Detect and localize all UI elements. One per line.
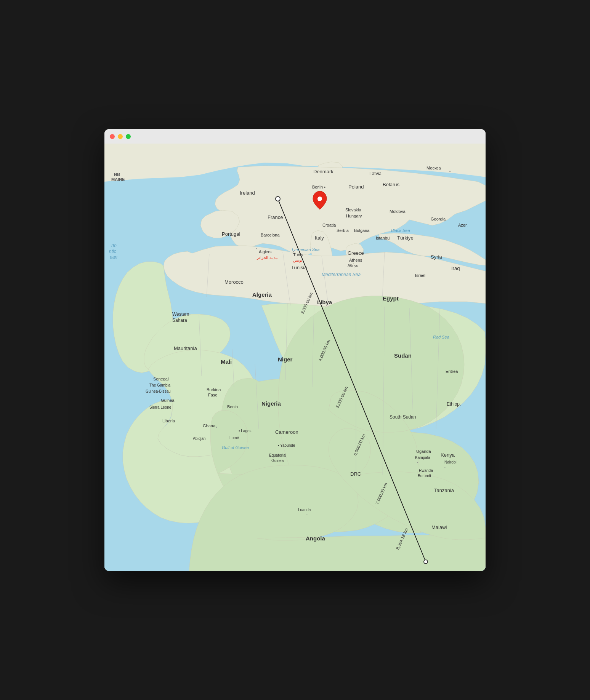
svg-text:Tunisia: Tunisia — [291, 265, 307, 270]
svg-text:The Gambia: The Gambia — [149, 383, 170, 387]
svg-text:• Lagos: • Lagos — [239, 429, 252, 433]
svg-text:Israel: Israel — [415, 273, 425, 278]
svg-text:Sahara: Sahara — [172, 318, 187, 323]
svg-text:Tunis: Tunis — [293, 253, 303, 257]
svg-text:Hungary: Hungary — [346, 214, 362, 218]
svg-text:Ethiop.: Ethiop. — [447, 401, 461, 407]
svg-text:Moldova: Moldova — [390, 209, 406, 214]
svg-text:Tanzania: Tanzania — [434, 487, 454, 493]
svg-text:Denmark: Denmark — [313, 169, 333, 174]
minimize-button[interactable] — [118, 134, 123, 139]
svg-text:تونس: تونس — [293, 258, 302, 263]
svg-text:Gulf of Guinea: Gulf of Guinea — [222, 445, 249, 450]
svg-text:Equatorial: Equatorial — [269, 453, 286, 457]
svg-text:Sierra Leone: Sierra Leone — [149, 405, 172, 409]
svg-text:Mali: Mali — [221, 358, 232, 365]
svg-text:Iraq: Iraq — [451, 265, 460, 271]
close-button[interactable] — [110, 134, 115, 139]
svg-text:Abidjan: Abidjan — [193, 436, 205, 441]
svg-text:Nigeria: Nigeria — [261, 400, 281, 407]
svg-text:Portugal: Portugal — [222, 231, 240, 237]
svg-text:Georgia: Georgia — [431, 217, 446, 221]
svg-text:ntic: ntic — [109, 249, 116, 254]
svg-text:Red Sea: Red Sea — [433, 335, 449, 339]
svg-text:•: • — [293, 249, 294, 253]
svg-text:Algiers: Algiers — [259, 249, 272, 254]
svg-text:Libya: Libya — [317, 299, 332, 305]
svg-text:Croatia: Croatia — [322, 223, 336, 227]
map-container[interactable]: 3,000.00 km 4,000.00 km 5,000.00 km 6,00… — [104, 144, 486, 571]
map-svg: 3,000.00 km 4,000.00 km 5,000.00 km 6,00… — [104, 144, 486, 571]
svg-text:Ireland: Ireland — [240, 190, 255, 196]
svg-text:•: • — [417, 461, 418, 464]
svg-text:Burundi: Burundi — [418, 474, 431, 478]
svg-text:Niger: Niger — [278, 356, 293, 363]
svg-text:Barcelona: Barcelona — [261, 233, 280, 237]
svg-text:Belarus: Belarus — [383, 182, 400, 187]
svg-text:Αθήνα: Αθήνα — [348, 264, 359, 268]
svg-text:rth: rth — [111, 243, 117, 248]
svg-text:Cameroon: Cameroon — [275, 429, 298, 435]
svg-text:Mauritania: Mauritania — [174, 345, 197, 351]
svg-point-17 — [424, 560, 428, 564]
svg-text:Western: Western — [172, 312, 189, 317]
svg-text:Azer.: Azer. — [458, 223, 468, 227]
svg-text:Burkina: Burkina — [207, 387, 221, 392]
svg-text:• Yaoundé: • Yaoundé — [278, 443, 295, 447]
svg-text:•: • — [216, 425, 217, 429]
svg-text:Luanda: Luanda — [298, 508, 311, 512]
svg-text:Liberia: Liberia — [162, 419, 175, 423]
svg-text:Athens: Athens — [349, 258, 362, 262]
svg-text:Egypt: Egypt — [383, 295, 399, 302]
svg-text:Rwanda: Rwanda — [419, 468, 433, 473]
svg-text:Slovakia: Slovakia — [345, 208, 361, 212]
svg-text:•: • — [256, 246, 257, 250]
fullscreen-button[interactable] — [126, 134, 131, 139]
svg-text:Black Sea: Black Sea — [391, 228, 410, 233]
svg-text:Tyrrhenian Sea: Tyrrhenian Sea — [291, 247, 319, 252]
svg-text:Faso: Faso — [208, 393, 217, 397]
svg-text:Benin: Benin — [227, 404, 238, 409]
svg-text:•: • — [306, 512, 308, 516]
svg-text:Istanbul: Istanbul — [376, 236, 391, 240]
svg-text:Ghana: Ghana — [203, 424, 216, 428]
svg-text:Mediterranean Sea: Mediterranean Sea — [322, 272, 361, 277]
svg-text:Москва: Москва — [426, 166, 441, 170]
svg-text:MAINE: MAINE — [111, 177, 125, 182]
svg-text:Kampala: Kampala — [415, 455, 430, 460]
app-window: 3,000.00 km 4,000.00 km 5,000.00 km 6,00… — [104, 129, 486, 571]
svg-text:Bulgaria: Bulgaria — [354, 228, 370, 233]
svg-text:Guinea-Bissau: Guinea-Bissau — [146, 389, 171, 393]
svg-text:Sudan: Sudan — [394, 352, 412, 359]
svg-text:Eritrea: Eritrea — [446, 369, 458, 374]
svg-text:Malawi: Malawi — [431, 524, 447, 530]
svg-text:•: • — [444, 465, 446, 469]
svg-text:Uganda: Uganda — [416, 449, 431, 454]
svg-text:Guinea: Guinea — [271, 459, 284, 463]
svg-text:South Sudan: South Sudan — [390, 414, 416, 420]
svg-text:France: France — [268, 214, 283, 220]
svg-text:Syria: Syria — [431, 254, 442, 260]
svg-text:Nairobi: Nairobi — [444, 460, 457, 464]
svg-text:•: • — [449, 169, 451, 173]
svg-text:Berlin •: Berlin • — [312, 185, 325, 189]
svg-text:Morocco: Morocco — [224, 279, 244, 285]
svg-text:Angola: Angola — [306, 535, 325, 542]
svg-point-16 — [276, 197, 280, 201]
svg-text:مدينة الجزائر: مدينة الجزائر — [257, 256, 277, 260]
svg-point-18 — [317, 197, 322, 201]
svg-text:Guinea: Guinea — [161, 398, 175, 403]
svg-text:DRC: DRC — [350, 471, 361, 477]
svg-text:Senegal: Senegal — [153, 377, 168, 381]
svg-text:ean: ean — [110, 254, 117, 260]
svg-text:Latvia: Latvia — [369, 171, 382, 176]
svg-text:Lomé: Lomé — [229, 436, 239, 440]
svg-text:Poland: Poland — [348, 184, 364, 190]
svg-text:Algeria: Algeria — [252, 291, 272, 298]
titlebar — [104, 129, 486, 144]
svg-text:Italy: Italy — [315, 235, 324, 241]
svg-text:Serbia: Serbia — [337, 228, 349, 233]
svg-text:Türkiye: Türkiye — [397, 235, 414, 241]
svg-text:NB: NB — [114, 172, 120, 177]
svg-text:Greece: Greece — [348, 250, 364, 256]
